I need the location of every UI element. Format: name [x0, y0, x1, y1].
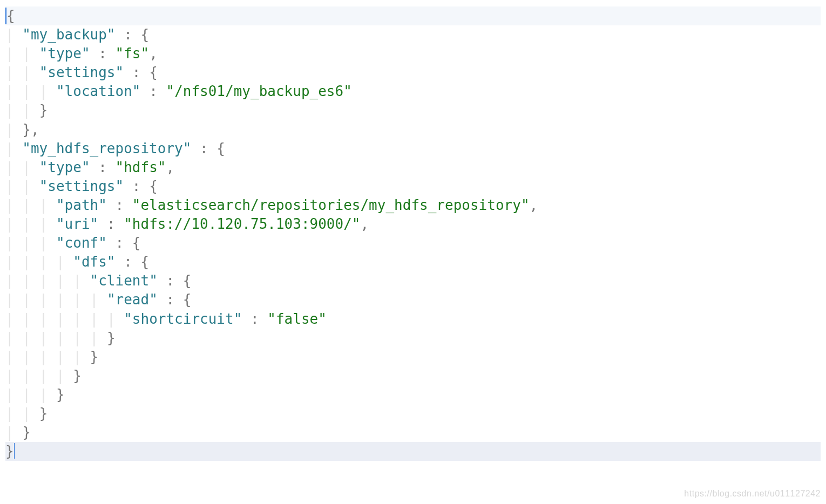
- code-line: | | "type" : "hdfs",: [5, 159, 174, 175]
- code-token: {: [216, 140, 225, 156]
- code-token: "elasticsearch/repositories/my_hdfs_repo…: [132, 197, 530, 213]
- code-token: "fs": [116, 45, 150, 62]
- code-token: "hdfs": [116, 159, 166, 175]
- code-line: | },: [5, 121, 39, 138]
- code-token: :: [124, 178, 149, 194]
- code-token: "hdfs://10.120.75.103:9000/": [124, 216, 360, 232]
- code-token: }: [39, 405, 48, 421]
- code-line: | | | "uri" : "hdfs://10.120.75.103:9000…: [5, 216, 369, 232]
- code-token: ,: [530, 197, 538, 213]
- code-token: }: [22, 121, 31, 138]
- code-line: | | | "location" : "/nfs01/my_backup_es6…: [5, 83, 352, 99]
- code-token: ,: [360, 216, 369, 232]
- code-line: | | | "conf" : {: [5, 235, 140, 251]
- code-token: "shortcircuit": [124, 311, 242, 327]
- code-token: :: [90, 45, 116, 62]
- code-line: | | "settings" : {: [5, 178, 158, 194]
- code-token: {: [132, 235, 141, 251]
- code-token: :: [107, 235, 132, 251]
- code-token: "location": [56, 83, 141, 99]
- code-token: ,: [31, 121, 39, 138]
- code-line: | | | | }: [5, 367, 82, 384]
- code-token: :: [116, 26, 141, 43]
- code-line: | | }: [5, 102, 48, 118]
- code-line: {: [5, 6, 821, 25]
- code-token: "my_hdfs_repository": [22, 140, 191, 156]
- code-token: :: [116, 254, 141, 270]
- code-token: {: [183, 273, 192, 289]
- code-token: }: [73, 367, 82, 384]
- code-token: :: [107, 197, 132, 213]
- code-token: {: [149, 64, 158, 80]
- code-token: "/nfs01/my_backup_es6": [166, 83, 351, 99]
- code-token: "conf": [56, 235, 107, 251]
- code-line: | "my_hdfs_repository" : {: [5, 140, 225, 156]
- json-code-block[interactable]: { | "my_backup" : { | | "type" : "fs", |…: [0, 0, 826, 461]
- code-token: "settings": [39, 64, 124, 80]
- code-line: | | | | | }: [5, 349, 98, 365]
- code-line: | | | | "dfs" : {: [5, 254, 149, 270]
- caret-icon: [14, 443, 15, 459]
- code-token: "dfs": [73, 254, 115, 270]
- code-line: | }: [5, 424, 31, 440]
- code-token: :: [98, 216, 124, 232]
- code-token: "my_backup": [22, 26, 115, 43]
- code-token: }: [39, 102, 48, 118]
- code-token: }: [56, 386, 65, 403]
- watermark-text: https://blog.csdn.net/u011127242: [684, 489, 821, 499]
- code-token: "type": [39, 159, 90, 175]
- code-line: | | "type" : "fs",: [5, 45, 158, 62]
- code-token: :: [242, 311, 267, 327]
- code-token: }: [22, 424, 31, 440]
- code-token: {: [183, 291, 192, 308]
- code-token: :: [90, 159, 116, 175]
- code-token: "type": [39, 45, 90, 62]
- code-token: "path": [56, 197, 107, 213]
- code-token: "settings": [39, 178, 124, 194]
- code-line: }: [5, 442, 821, 461]
- code-token: }: [90, 349, 99, 365]
- code-token: {: [140, 26, 149, 43]
- code-token: {: [149, 178, 158, 194]
- code-line: | | }: [5, 405, 48, 421]
- code-token: "read": [107, 291, 158, 308]
- code-line: | | | | | "client" : {: [5, 273, 191, 289]
- code-token: "false": [267, 311, 327, 327]
- code-line: | "my_backup" : {: [5, 26, 149, 43]
- code-line: | | | | | | }: [5, 330, 116, 346]
- code-token: :: [191, 140, 216, 156]
- code-line: | | | }: [5, 386, 65, 403]
- code-line: | | | "path" : "elasticsearch/repositori…: [5, 197, 538, 213]
- code-token: :: [158, 273, 183, 289]
- code-line: | | | | | | | "shortcircuit" : "false": [5, 311, 327, 327]
- code-token: "uri": [56, 216, 98, 232]
- code-token: :: [158, 291, 183, 308]
- code-token: }: [5, 443, 14, 459]
- code-token: }: [107, 330, 116, 346]
- code-line: | | "settings" : {: [5, 64, 158, 80]
- code-token: "client": [90, 273, 158, 289]
- code-line: | | | | | | "read" : {: [5, 291, 191, 308]
- code-token: ,: [149, 45, 158, 62]
- code-token: :: [140, 83, 166, 99]
- code-token: {: [6, 8, 15, 24]
- code-token: ,: [166, 159, 174, 175]
- code-token: :: [124, 64, 149, 80]
- code-token: {: [141, 254, 150, 270]
